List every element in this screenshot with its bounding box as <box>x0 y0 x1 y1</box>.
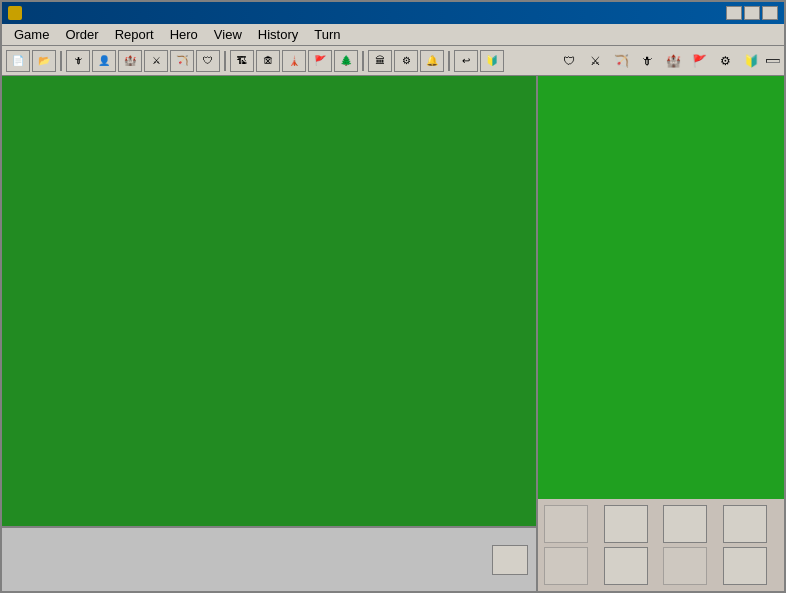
menu-hero[interactable]: Hero <box>162 25 206 44</box>
toolbar-right: 🛡 ⚔ 🏹 🗡 🏰 🚩 ⚙ 🔰 <box>558 51 780 71</box>
titlebar-left <box>8 6 28 20</box>
flag-4[interactable]: 🗡 <box>636 51 658 71</box>
menu-view[interactable]: View <box>206 25 250 44</box>
tb-sep2 <box>224 51 226 71</box>
tb-action3[interactable]: 🔔 <box>420 50 444 72</box>
tb-unit2[interactable]: 🏰 <box>118 50 142 72</box>
flag-5[interactable]: 🏰 <box>662 51 684 71</box>
right-panel <box>536 76 784 591</box>
expand-button[interactable] <box>492 545 528 575</box>
tb-unit5[interactable]: 🛡 <box>196 50 220 72</box>
flag-8[interactable]: 🔰 <box>740 51 762 71</box>
menu-turn[interactable]: Turn <box>306 25 348 44</box>
main-window: Game Order Report Hero View History Turn… <box>0 0 786 593</box>
toolbar: 📄 📂 🗡 👤 🏰 ⚔ 🏹 🛡 🏗 🏚 🗼 🚩 🌲 🏛 ⚙ 🔔 ↩ 🔰 🛡 ⚔ … <box>2 46 784 76</box>
tb-misc1[interactable]: ↩ <box>454 50 478 72</box>
game-view <box>2 76 536 591</box>
group-button[interactable] <box>544 547 588 585</box>
main-content <box>2 76 784 591</box>
tb-tree[interactable]: 🌲 <box>334 50 358 72</box>
tb-build1[interactable]: 🏗 <box>230 50 254 72</box>
titlebar <box>2 2 784 24</box>
tb-unit1[interactable]: 👤 <box>92 50 116 72</box>
tb-open[interactable]: 📂 <box>32 50 56 72</box>
tb-sep1 <box>60 51 62 71</box>
flag-3[interactable]: 🏹 <box>610 51 632 71</box>
tb-sep4 <box>448 51 450 71</box>
menu-game[interactable]: Game <box>6 25 57 44</box>
flag-7[interactable]: ⚙ <box>714 51 736 71</box>
hero-move-button[interactable] <box>544 505 588 543</box>
target-button[interactable] <box>723 505 767 543</box>
flag-2[interactable]: ⚔ <box>584 51 606 71</box>
tb-new[interactable]: 📄 <box>6 50 30 72</box>
badge-button[interactable] <box>723 547 767 585</box>
menu-order[interactable]: Order <box>57 25 106 44</box>
flag-6[interactable]: 🚩 <box>688 51 710 71</box>
tb-flag[interactable]: 🚩 <box>308 50 332 72</box>
unit-sprite-1 <box>10 544 42 576</box>
tb-action2[interactable]: ⚙ <box>394 50 418 72</box>
tb-knight[interactable]: 🗡 <box>66 50 90 72</box>
flag-1[interactable]: 🛡 <box>558 51 580 71</box>
tb-castle[interactable]: 🗼 <box>282 50 306 72</box>
unit-info-2 <box>58 544 90 576</box>
tb-sep3 <box>362 51 364 71</box>
close-button[interactable] <box>762 6 778 20</box>
map-canvas[interactable] <box>2 76 536 526</box>
hero-attack-button[interactable] <box>604 505 648 543</box>
menu-report[interactable]: Report <box>107 25 162 44</box>
tb-action1[interactable]: 🏛 <box>368 50 392 72</box>
maximize-button[interactable] <box>744 6 760 20</box>
flag-button[interactable] <box>604 547 648 585</box>
bottom-panel <box>2 526 536 591</box>
unit-sprite-2 <box>58 544 90 576</box>
tb-build2[interactable]: 🏚 <box>256 50 280 72</box>
tb-misc2[interactable]: 🔰 <box>480 50 504 72</box>
app-icon <box>8 6 22 20</box>
unit-info-1 <box>10 544 42 576</box>
right-buttons <box>538 499 784 591</box>
shield-button[interactable] <box>663 505 707 543</box>
move-button[interactable] <box>663 547 707 585</box>
menu-history[interactable]: History <box>250 25 306 44</box>
menubar: Game Order Report Hero View History Turn <box>2 24 784 46</box>
tb-unit4[interactable]: 🏹 <box>170 50 194 72</box>
turn-indicator <box>766 59 780 63</box>
tb-unit3[interactable]: ⚔ <box>144 50 168 72</box>
titlebar-controls <box>726 6 778 20</box>
minimize-button[interactable] <box>726 6 742 20</box>
minimap-container[interactable] <box>538 76 784 499</box>
